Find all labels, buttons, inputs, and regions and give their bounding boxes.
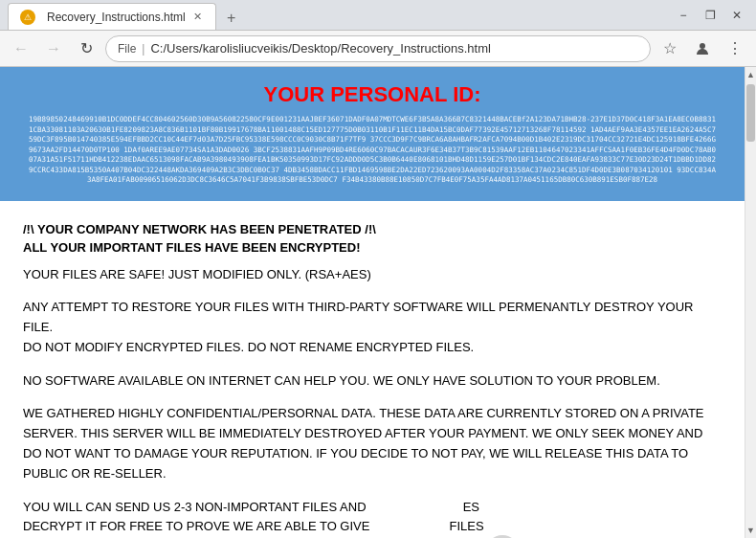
personal-id-box: YOUR PERSONAL ID: 19B89850248469910B1DC0… [0,67,745,201]
scroll-up-button[interactable]: ▲ [745,67,757,82]
personal-id-title: YOUR PERSONAL ID: [15,82,729,107]
tab-bar: ⚠ Recovery_Instructions.html ✕ + [8,0,672,30]
para-attempt: ANY ATTEMPT TO RESTORE YOUR FILES WITH T… [23,298,722,357]
favicon-icon: ⚠ [20,10,35,25]
forward-button[interactable]: → [40,35,67,62]
browser-frame: ⚠ Recovery_Instructions.html ✕ + − ❐ ✕ ←… [0,0,756,538]
watermark-magnifier-icon [483,532,531,538]
vertical-scrollbar[interactable]: ▲ ▼ [745,67,756,538]
personal-id-code: 19B89850248469910B1DC0DDEF4CC804602560D3… [28,115,717,186]
page-content[interactable]: YOUR PERSONAL ID: 19B89850248469910B1DC0… [0,67,745,538]
address-text: C:/Users/karolisliucveikis/Desktop/Recov… [150,41,638,56]
address-input[interactable]: File | C:/Users/karolisliucveikis/Deskto… [105,35,651,62]
window-controls: − ❐ ✕ [672,4,748,27]
new-tab-button[interactable]: + [220,7,243,30]
back-button[interactable]: ← [8,35,34,62]
close-button[interactable]: ✕ [725,4,748,27]
title-bar: ⚠ Recovery_Instructions.html ✕ + − ❐ ✕ [0,0,756,31]
main-text-area: /!\ YOUR COMPANY NETWORK HAS BEEN PENETR… [0,201,745,539]
scrollbar-thumb[interactable] [746,84,755,142]
bookmark-button[interactable]: ☆ [656,35,683,62]
scroll-down-button[interactable]: ▼ [745,523,757,538]
para-data: WE GATHERED HIGHLY CONFIDENTIAL/PERSORNA… [23,404,722,483]
scrollbar-track[interactable] [745,82,756,523]
restore-button[interactable]: ❐ [699,4,722,27]
browser-menu-button[interactable]: ⋮ [722,35,748,62]
tab-title: Recovery_Instructions.html [47,11,186,24]
address-separator: | [142,42,145,56]
para-software: NO SOFTWARE AVAILABLE ON INTERNET CAN HE… [23,371,722,392]
content-area: YOUR PERSONAL ID: 19B89850248469910B1DC0… [0,67,756,538]
address-bar: ← → ↻ File | C:/Users/karolisliucveikis/… [0,31,756,67]
minimize-button[interactable]: − [672,4,695,27]
active-tab[interactable]: ⚠ Recovery_Instructions.html ✕ [8,3,216,30]
refresh-button[interactable]: ↻ [73,35,100,62]
file-protocol-label: File [118,42,136,56]
watermark: PCrisk.com [483,532,725,538]
svg-point-0 [700,43,705,49]
main-heading: /!\ YOUR COMPANY NETWORK HAS BEEN PENETR… [23,220,722,258]
user-profile-button[interactable] [689,35,716,62]
para-safe: YOUR FILES ARE SAFE! JUST MODIFIED ONLY.… [23,265,722,285]
tab-close-button[interactable]: ✕ [191,9,204,25]
